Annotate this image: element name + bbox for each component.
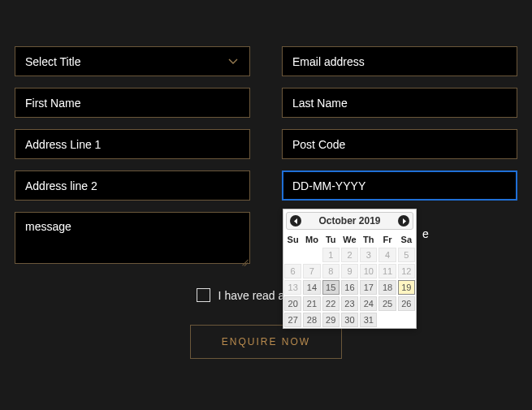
datepicker[interactable]: October 2019 SuMoTuWeThFrSa 123456789101… — [283, 209, 417, 329]
datepicker-dow: Fr — [378, 232, 396, 247]
datepicker-day[interactable]: 9 — [341, 264, 358, 278]
date-field[interactable] — [282, 170, 517, 201]
datepicker-day[interactable]: 29 — [322, 313, 340, 327]
lastname-field[interactable] — [282, 88, 517, 118]
datepicker-dow: Su — [283, 232, 302, 247]
datepicker-week: 12345 — [283, 247, 416, 263]
datepicker-empty — [284, 253, 301, 257]
datepicker-empty — [378, 318, 396, 322]
datepicker-day[interactable]: 19 — [398, 280, 415, 295]
datepicker-dow: Tu — [322, 232, 340, 247]
datepicker-day[interactable]: 10 — [360, 264, 377, 278]
email-field[interactable] — [282, 46, 517, 76]
next-month-button[interactable] — [398, 215, 409, 227]
datepicker-week: 2728293031 — [283, 312, 416, 328]
datepicker-dow: We — [340, 232, 359, 247]
datepicker-day[interactable]: 21 — [303, 296, 320, 311]
datepicker-day[interactable]: 26 — [398, 296, 415, 311]
datepicker-week: 20212223242526 — [283, 296, 416, 312]
datepicker-empty — [303, 253, 320, 257]
datepicker-day[interactable]: 17 — [360, 280, 377, 295]
enquiry-form: I have read and agree t ENQUIRE NOW — [0, 0, 532, 359]
postcode-field[interactable] — [282, 129, 517, 159]
datepicker-day[interactable]: 30 — [341, 313, 358, 327]
consent-checkbox[interactable] — [197, 288, 210, 302]
datepicker-dow: Th — [359, 232, 378, 247]
datepicker-day[interactable]: 6 — [284, 264, 301, 278]
address2-field[interactable] — [15, 170, 250, 201]
datepicker-day[interactable]: 2 — [341, 248, 358, 262]
datepicker-dow: Sa — [397, 232, 416, 247]
datepicker-day[interactable]: 27 — [284, 313, 301, 327]
consent-row: I have read and agree t — [15, 288, 517, 302]
datepicker-week: 6789101112 — [283, 263, 416, 279]
prev-month-button[interactable] — [290, 215, 301, 227]
datepicker-day[interactable]: 13 — [284, 280, 301, 295]
datepicker-day[interactable]: 11 — [378, 264, 396, 278]
datepicker-day[interactable]: 1 — [322, 248, 340, 262]
datepicker-title: October 2019 — [318, 215, 380, 227]
obscured-text-tail: e — [422, 227, 429, 240]
datepicker-day[interactable]: 22 — [322, 296, 340, 311]
datepicker-day[interactable]: 25 — [378, 296, 396, 311]
datepicker-day[interactable]: 12 — [398, 264, 415, 278]
datepicker-empty — [398, 318, 415, 322]
datepicker-day[interactable]: 16 — [341, 280, 358, 295]
enquire-button[interactable]: ENQUIRE NOW — [190, 325, 342, 359]
datepicker-day[interactable]: 31 — [360, 313, 377, 327]
datepicker-day[interactable]: 3 — [360, 248, 377, 262]
datepicker-day[interactable]: 4 — [378, 248, 396, 262]
datepicker-day[interactable]: 8 — [322, 264, 340, 278]
datepicker-header: October 2019 — [286, 212, 413, 230]
datepicker-day[interactable]: 28 — [303, 313, 320, 327]
title-select-value[interactable] — [15, 46, 250, 76]
datepicker-day[interactable]: 5 — [398, 248, 415, 262]
message-field[interactable] — [15, 212, 250, 264]
datepicker-grid: SuMoTuWeThFrSa 1234567891011121314151617… — [283, 232, 416, 328]
datepicker-dow: Mo — [302, 232, 321, 247]
title-select[interactable] — [15, 46, 250, 76]
datepicker-day[interactable]: 15 — [322, 280, 340, 295]
firstname-field[interactable] — [15, 88, 250, 118]
datepicker-day[interactable]: 20 — [284, 296, 301, 311]
datepicker-day[interactable]: 23 — [341, 296, 358, 311]
datepicker-day[interactable]: 7 — [303, 264, 320, 278]
datepicker-dow-row: SuMoTuWeThFrSa — [283, 232, 416, 247]
datepicker-day[interactable]: 14 — [303, 280, 320, 295]
datepicker-day[interactable]: 24 — [360, 296, 377, 311]
datepicker-body: 1234567891011121314151617181920212223242… — [283, 247, 416, 328]
datepicker-day[interactable]: 18 — [378, 280, 396, 295]
datepicker-week: 13141516171819 — [283, 279, 416, 296]
address1-field[interactable] — [15, 129, 250, 159]
